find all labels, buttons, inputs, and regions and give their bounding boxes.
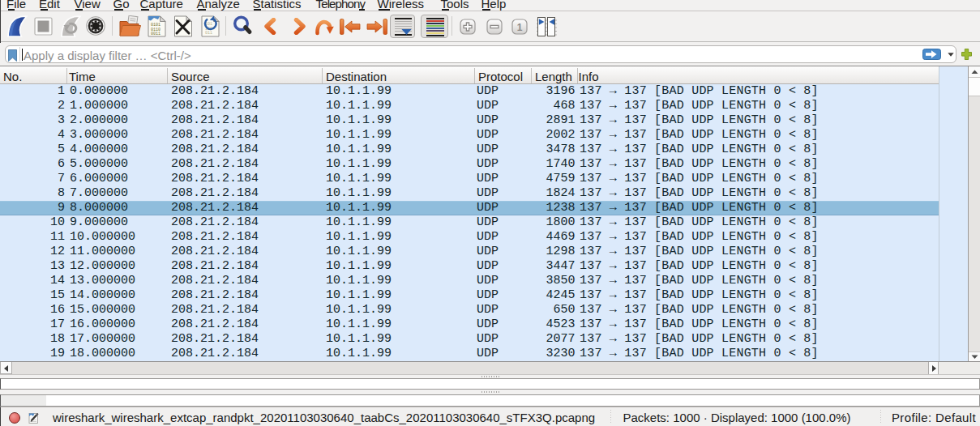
svg-text:011: 011 bbox=[205, 31, 212, 36]
svg-text:1: 1 bbox=[517, 22, 523, 33]
svg-text:0011: 0011 bbox=[151, 32, 160, 36]
